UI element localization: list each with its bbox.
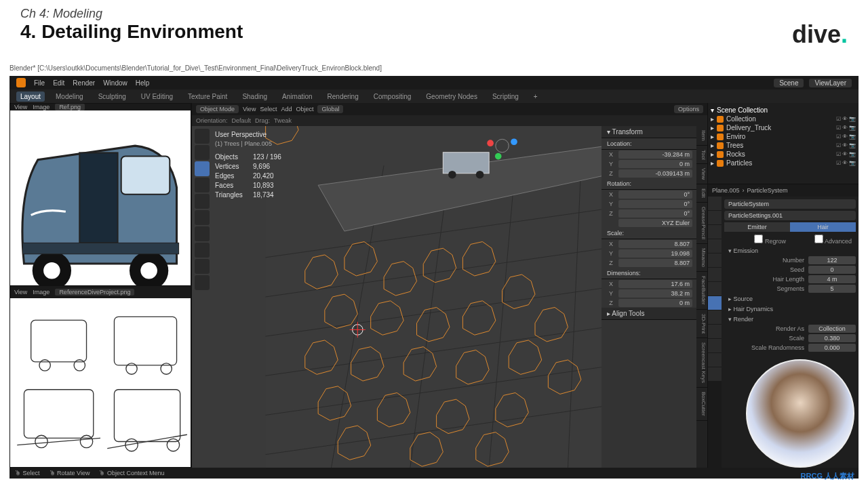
tool-measure[interactable] (195, 243, 210, 258)
transform-orientation[interactable]: Global (317, 105, 343, 113)
proptab-modifier[interactable] (708, 282, 722, 296)
proptab-physics[interactable] (708, 310, 722, 324)
drag-tweak[interactable]: Tweak (274, 117, 292, 124)
ntab-facebuilder[interactable]: FaceBuilder (696, 272, 707, 310)
tab-rendering[interactable]: Rendering (323, 92, 363, 102)
fld-number[interactable]: 122 (808, 256, 856, 264)
fld-hairlen[interactable]: 4 m (808, 275, 856, 283)
ntab-screencast[interactable]: Screencast Keys (696, 338, 707, 388)
scl-z[interactable]: 8.807 (618, 259, 692, 267)
menu-render[interactable]: Render (73, 79, 95, 87)
ref-filename-bottom[interactable]: ReferenceDiveProject.png (55, 289, 134, 296)
coll-enviro[interactable]: Enviro (726, 133, 745, 140)
viewlayer-selector[interactable]: ViewLayer (809, 79, 852, 87)
tool-scale[interactable] (195, 194, 210, 209)
fld-scale[interactable]: 0.380 (808, 334, 856, 342)
coll-rocks[interactable]: Rocks (726, 150, 745, 158)
proptab-world[interactable] (708, 253, 722, 267)
rot-z[interactable]: 0° (618, 209, 692, 218)
proptab-constraints[interactable] (708, 325, 722, 338)
btn-hair[interactable]: Hair (790, 222, 856, 232)
tab-add[interactable]: + (530, 92, 542, 102)
viewport-canvas[interactable]: User Perspective (1) Trees | Plane.005 O… (192, 126, 707, 468)
vp-menu-add[interactable]: Add (281, 106, 292, 113)
tab-shading[interactable]: Shading (238, 92, 271, 102)
tab-modeling[interactable]: Modeling (52, 92, 87, 102)
tab-sculpting[interactable]: Sculpting (94, 92, 130, 102)
fld-seed[interactable]: 0 (808, 266, 856, 274)
rot-y[interactable]: 0° (618, 200, 692, 208)
ntab-view[interactable]: View (696, 164, 707, 184)
ref-image-menu[interactable]: Image (33, 104, 50, 110)
proptab-object[interactable] (708, 268, 722, 281)
menu-edit[interactable]: Edit (53, 79, 64, 87)
proptab-material[interactable] (708, 353, 722, 367)
ref-view2[interactable]: View (14, 289, 27, 296)
tool-rotate[interactable] (195, 178, 210, 192)
chk-regrow[interactable] (754, 235, 763, 243)
vp-menu-select[interactable]: Select (260, 106, 277, 113)
tool-extra[interactable] (195, 275, 210, 290)
tab-geonodes[interactable]: Geometry Nodes (422, 92, 481, 102)
sect-source[interactable]: ▸ Source (724, 293, 856, 304)
dim-y[interactable]: 38.2 m (618, 289, 692, 298)
breadcrumb-ps[interactable]: ParticleSystem (747, 187, 788, 194)
coll-particles[interactable]: Particles (726, 159, 752, 167)
tab-uvediting[interactable]: UV Editing (137, 92, 177, 102)
ntab-item[interactable]: Item (696, 126, 707, 146)
ntab-tool[interactable]: Tool (696, 146, 707, 165)
proptab-texture[interactable] (708, 367, 722, 381)
tool-move[interactable] (195, 161, 210, 176)
coll-collection[interactable]: Collection (726, 115, 756, 123)
tool-addcube[interactable] (195, 259, 210, 274)
loc-z[interactable]: -0.039143 m (618, 169, 692, 178)
scene-selector[interactable]: Scene (774, 79, 804, 87)
scl-x[interactable]: 8.807 (618, 240, 692, 248)
ref-filename-top[interactable]: Ref.png (55, 104, 85, 110)
tab-texturepaint[interactable]: Texture Paint (184, 92, 231, 102)
fld-segments[interactable]: 5 (808, 285, 856, 293)
proptab-render[interactable] (708, 197, 722, 210)
rot-x[interactable]: 0° (618, 190, 692, 199)
sect-emission[interactable]: ▾ Emission (724, 245, 856, 256)
mode-selector[interactable]: Object Mode (196, 105, 239, 113)
proptab-viewlayer[interactable] (708, 225, 722, 239)
tool-transform[interactable] (195, 210, 210, 225)
vp-options[interactable]: Options (674, 105, 703, 113)
dim-z[interactable]: 0 m (618, 299, 692, 307)
ref-view[interactable]: View (14, 104, 27, 110)
n-transform-header[interactable]: ▾ Transform (601, 126, 696, 138)
tool-select-box[interactable] (195, 129, 210, 144)
loc-x[interactable]: -39.284 m (618, 150, 692, 159)
ntab-gp[interactable]: GreasePencil (696, 203, 707, 244)
proptab-output[interactable] (708, 211, 722, 224)
tool-annotate[interactable] (195, 226, 210, 241)
orientation-default[interactable]: Default (232, 117, 252, 124)
vp-menu-object[interactable]: Object (296, 106, 313, 113)
menu-help[interactable]: Help (136, 79, 150, 87)
blender-icon[interactable] (16, 78, 26, 87)
ps-slot[interactable]: ParticleSystem (724, 199, 856, 209)
ntab-mixamo[interactable]: Mixamo (696, 244, 707, 272)
proptab-particles[interactable] (708, 296, 722, 310)
tab-layout[interactable]: Layout (16, 92, 45, 102)
dim-x[interactable]: 17.6 m (618, 280, 692, 288)
proptab-scene[interactable] (708, 239, 722, 253)
outliner-root[interactable]: ▾ Scene Collection (711, 106, 856, 115)
tab-animation[interactable]: Animation (278, 92, 316, 102)
fld-scalern[interactable]: 0.000 (808, 344, 856, 352)
sect-hairdyn[interactable]: ▸ Hair Dynamics (724, 304, 856, 314)
sect-render[interactable]: ▾ Render (724, 314, 856, 324)
coll-trees[interactable]: Trees (726, 142, 743, 149)
menu-window[interactable]: Window (103, 79, 127, 87)
loc-y[interactable]: 0 m (618, 160, 692, 168)
fld-renderas[interactable]: Collection (808, 325, 856, 333)
rot-mode[interactable]: XYZ Euler (618, 219, 692, 227)
scl-y[interactable]: 19.098 (618, 249, 692, 258)
proptab-data[interactable] (708, 339, 722, 352)
tab-compositing[interactable]: Compositing (370, 92, 416, 102)
ntab-3dprint[interactable]: 3D-Print (696, 310, 707, 338)
ps-settings[interactable]: ParticleSettings.001 (724, 211, 856, 220)
vp-menu-view[interactable]: View (243, 106, 256, 113)
btn-emitter[interactable]: Emitter (724, 222, 790, 232)
